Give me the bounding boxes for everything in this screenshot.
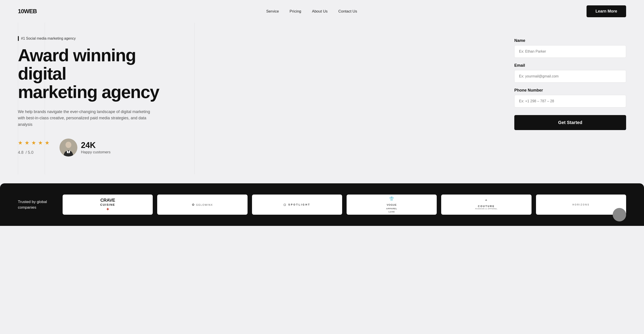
star-5: ★ bbox=[45, 140, 50, 146]
hero-wrapper: #1 Social media marketing agency Award w… bbox=[0, 23, 644, 174]
logo-horizons-text: HORIZONS bbox=[572, 203, 590, 206]
grid-line-2 bbox=[45, 23, 45, 174]
email-group: Email bbox=[514, 63, 626, 83]
nav-link-about[interactable]: About Us bbox=[312, 9, 328, 14]
logo-crave-text: CRAVE CUISINE ✦ bbox=[100, 197, 115, 212]
svg-point-1 bbox=[66, 142, 71, 148]
star-3: ★ bbox=[31, 140, 37, 146]
logo-gelowinx-text: ✿ GELOWINX bbox=[192, 203, 213, 207]
star-rating: ★ ★ ★ ★ ★ bbox=[18, 140, 50, 146]
phone-input[interactable] bbox=[514, 95, 626, 107]
nav-item-about[interactable]: About Us bbox=[312, 9, 328, 14]
hero-right: Name Email Phone Number Get Started bbox=[514, 36, 626, 130]
star-4: ★ bbox=[38, 140, 44, 146]
brand-logo: 10WEB bbox=[18, 8, 37, 15]
rating-block: ★ ★ ★ ★ ★ 4.8 / 5.0 bbox=[18, 140, 50, 156]
contact-form: Name Email Phone Number Get Started bbox=[514, 36, 626, 130]
logo-vogue: 👕 VOGUE APPAREL LUXE bbox=[346, 195, 437, 215]
trusted-logos: CRAVE CUISINE ✦ ✿ GELOWINX ▢ SPOTLIGHT 👕… bbox=[62, 195, 626, 215]
hero-title-line2: marketing agency bbox=[18, 82, 159, 102]
name-group: Name bbox=[514, 38, 626, 58]
learn-more-button[interactable]: Learn More bbox=[586, 5, 626, 17]
trusted-label: Trusted by global companies bbox=[18, 199, 49, 210]
nav-link-pricing[interactable]: Pricing bbox=[290, 9, 301, 14]
circle-decoration bbox=[613, 208, 626, 221]
nav-item-pricing[interactable]: Pricing bbox=[290, 9, 301, 14]
rating-score: 4.8 / 5.0 bbox=[18, 147, 50, 156]
customers-label: Happy customers bbox=[81, 150, 110, 154]
phone-label: Phone Number bbox=[514, 88, 626, 93]
rating-max: / 5.0 bbox=[26, 150, 33, 155]
customers-count: 24K bbox=[81, 141, 110, 150]
hero-tagline: #1 Social media marketing agency bbox=[18, 36, 174, 41]
logo-spotlight: ▢ SPOTLIGHT bbox=[252, 195, 342, 215]
nav-link-service[interactable]: Service bbox=[266, 9, 279, 14]
star-1: ★ bbox=[18, 140, 24, 146]
logo-couture-text: ⌃ COUTURE FASHION & APPAREL bbox=[475, 199, 498, 210]
nav-item-contact[interactable]: Contact Us bbox=[338, 9, 357, 14]
name-label: Name bbox=[514, 38, 626, 43]
customers-text: 24K Happy customers bbox=[81, 141, 110, 154]
hero-description: We help brands navigate the ever-changin… bbox=[18, 109, 152, 128]
email-label: Email bbox=[514, 63, 626, 68]
hero-left: #1 Social media marketing agency Award w… bbox=[18, 36, 174, 156]
name-input[interactable] bbox=[514, 45, 626, 58]
nav-link-contact[interactable]: Contact Us bbox=[338, 9, 357, 14]
logo-crave: CRAVE CUISINE ✦ bbox=[62, 195, 153, 215]
hero-title: Award winning digital marketing agency bbox=[18, 46, 174, 101]
logo-horizons: HORIZONS bbox=[536, 195, 626, 215]
logo-gelowinx: ✿ GELOWINX bbox=[157, 195, 247, 215]
logo-vogue-text: 👕 VOGUE APPAREL LUXE bbox=[386, 196, 397, 213]
nav-item-service[interactable]: Service bbox=[266, 9, 279, 14]
avatar bbox=[60, 139, 77, 156]
logo-couture: ⌃ COUTURE FASHION & APPAREL bbox=[441, 195, 531, 215]
get-started-button[interactable]: Get Started bbox=[514, 115, 626, 130]
logo-spotlight-text: ▢ SPOTLIGHT bbox=[284, 203, 310, 206]
star-2: ★ bbox=[24, 140, 30, 146]
hero-stats: ★ ★ ★ ★ ★ 4.8 / 5.0 bbox=[18, 139, 174, 156]
customer-block: 24K Happy customers bbox=[60, 139, 110, 156]
navigation: 10WEB Service Pricing About Us Contact U… bbox=[0, 0, 644, 23]
grid-line-3 bbox=[194, 23, 195, 174]
trusted-section: Trusted by global companies CRAVE CUISIN… bbox=[0, 183, 644, 226]
hero-title-line1: Award winning digital bbox=[18, 46, 136, 84]
nav-links: Service Pricing About Us Contact Us bbox=[266, 9, 357, 14]
email-input[interactable] bbox=[514, 70, 626, 83]
tagline-text: #1 Social media marketing agency bbox=[21, 37, 76, 41]
phone-group: Phone Number bbox=[514, 88, 626, 107]
hero-section: #1 Social media marketing agency Award w… bbox=[0, 23, 644, 174]
